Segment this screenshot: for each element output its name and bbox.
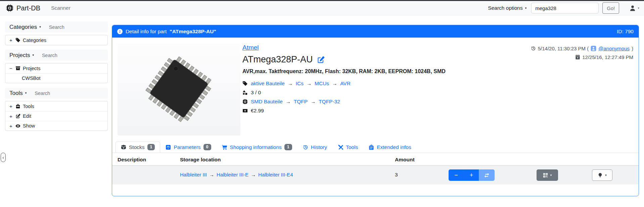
tree-item-label: Categories bbox=[23, 38, 46, 43]
projects-title: Projects bbox=[9, 52, 30, 59]
stock-quantity-button-group: − + bbox=[449, 169, 495, 181]
category-link[interactable]: ICs bbox=[296, 81, 304, 87]
part-detail-card: Detail info for part "ATmega328P-AU" ID:… bbox=[112, 25, 639, 196]
tab-extended-infos[interactable]: Extended infos bbox=[363, 142, 417, 153]
category-row: aktive Bauteile → ICs → MCUs → AVR bbox=[242, 79, 446, 88]
part-detail-header: Detail info for part "ATmega328P-AU" ID:… bbox=[112, 25, 639, 38]
created-timestamp: 12/25/16, 12:27:49 PM bbox=[582, 54, 633, 60]
part-description: AVR,max. Taktfrequenz: 20MHz, Flash: 32K… bbox=[242, 68, 446, 74]
manufacturer-link[interactable]: Atmel bbox=[242, 44, 259, 51]
pencil-square-icon bbox=[15, 114, 20, 119]
tools-title: Tools bbox=[9, 90, 23, 97]
tab-label: Shopping informations bbox=[230, 144, 282, 150]
tools-dropdown[interactable]: Tools ▾ bbox=[9, 90, 27, 97]
tree-item-categories[interactable]: + Categories bbox=[5, 35, 107, 45]
storage-location-link[interactable]: Halbleiter III bbox=[180, 172, 207, 177]
navbar: Part-DB Scanner Search options ▾ Go! ▾ bbox=[0, 1, 644, 15]
avatar-icon bbox=[591, 46, 596, 51]
projects-section-header: Projects ▾ bbox=[5, 50, 108, 61]
tab-badge: 0 bbox=[203, 144, 211, 150]
edit-icon[interactable] bbox=[317, 56, 325, 63]
part-image[interactable] bbox=[118, 44, 240, 136]
tree-item-label: Show bbox=[23, 123, 35, 128]
footprint-link[interactable]: TQFP-32 bbox=[319, 99, 340, 105]
tree-item-edit[interactable]: + Edit bbox=[5, 111, 107, 121]
cash-icon bbox=[242, 108, 248, 113]
move-stock-button[interactable] bbox=[479, 169, 495, 181]
decrease-stock-button[interactable]: − bbox=[449, 169, 464, 181]
tree-item-projects[interactable]: − Projects bbox=[5, 63, 107, 73]
arrow-right-icon: → bbox=[311, 99, 316, 104]
search-options-dropdown[interactable]: Search options ▾ bbox=[488, 5, 526, 11]
categories-search-input[interactable] bbox=[49, 24, 99, 30]
last-modified-row: 5/14/20, 11:30:23 PM ( @anonymous ) bbox=[531, 44, 633, 53]
tab-label: Stocks bbox=[129, 144, 145, 150]
storage-location-link[interactable]: Halbleiter III-E4 bbox=[258, 172, 293, 177]
expand-toggle[interactable]: + bbox=[9, 37, 15, 43]
tab-history[interactable]: History bbox=[297, 142, 332, 153]
tree-item-cwsbot[interactable]: CWSBot bbox=[5, 73, 107, 83]
clipboard-icon bbox=[369, 145, 374, 150]
user-menu[interactable]: ▾ bbox=[629, 5, 639, 11]
tab-tools[interactable]: Tools bbox=[332, 142, 363, 153]
search-options-label: Search options bbox=[488, 5, 522, 11]
info-circle-icon bbox=[117, 29, 123, 34]
category-link[interactable]: MCUs bbox=[315, 81, 329, 87]
column-header-amount: Amount bbox=[395, 157, 415, 163]
clock-history-icon bbox=[531, 46, 536, 51]
increase-stock-button[interactable]: + bbox=[464, 169, 479, 181]
nav-item-scanner[interactable]: Scanner bbox=[51, 5, 71, 11]
tab-badge: 1 bbox=[147, 144, 155, 150]
storage-location-link[interactable]: Halbleiter III-E bbox=[217, 172, 248, 177]
led-locate-dropdown-button[interactable]: ▾ bbox=[592, 169, 612, 181]
price-row: €2.99 bbox=[242, 106, 446, 115]
modified-close-paren: ) bbox=[632, 46, 633, 51]
sidebar: Categories ▾ + Categories Projects ▾ − bbox=[5, 21, 108, 135]
tree-item-show[interactable]: + Show bbox=[5, 121, 107, 131]
tab-label: Parameters bbox=[174, 144, 200, 150]
tag-icon bbox=[242, 81, 248, 86]
categories-title: Categories bbox=[9, 24, 37, 31]
collapse-toggle[interactable]: − bbox=[9, 65, 15, 71]
amount-value: 3 bbox=[395, 172, 398, 178]
search-input[interactable] bbox=[531, 3, 599, 13]
person-icon bbox=[629, 5, 636, 11]
category-link[interactable]: AVR bbox=[340, 81, 351, 87]
tab-parameters[interactable]: Parameters 0 bbox=[160, 142, 216, 153]
sidebar-collapse-button[interactable]: ‹ bbox=[1, 153, 6, 162]
footprint-row: SMD Bauteile → TQFP → TQFP-32 bbox=[242, 97, 446, 106]
brand-label: Part-DB bbox=[16, 4, 40, 12]
cart-icon bbox=[222, 145, 227, 150]
expand-toggle[interactable]: + bbox=[9, 113, 15, 119]
tab-badge: 1 bbox=[284, 144, 292, 150]
categories-dropdown[interactable]: Categories ▾ bbox=[9, 24, 41, 31]
projects-dropdown[interactable]: Projects ▾ bbox=[9, 52, 34, 59]
tab-label: Tools bbox=[346, 144, 358, 150]
tab-label: Extended infos bbox=[377, 144, 411, 150]
arrow-right-icon: → bbox=[251, 172, 256, 177]
go-button[interactable]: Go! bbox=[602, 2, 619, 14]
part-meta: 5/14/20, 11:30:23 PM ( @anonymous ) 12/2… bbox=[531, 44, 633, 61]
chevron-down-icon: ▾ bbox=[32, 54, 34, 57]
projects-search-input[interactable] bbox=[42, 53, 92, 58]
tools-search-input[interactable] bbox=[35, 91, 85, 96]
toolbox-icon bbox=[15, 104, 20, 109]
footprint-link[interactable]: TQFP bbox=[294, 99, 308, 105]
modified-timestamp: 5/14/20, 11:30:23 PM ( bbox=[538, 46, 589, 51]
modified-user-link[interactable]: @anonymous bbox=[598, 46, 630, 51]
clock-history-icon bbox=[303, 145, 308, 150]
tab-stocks[interactable]: Stocks 1 bbox=[116, 142, 160, 153]
part-info: Atmel ATmega328P-AU AVR,max. Taktfrequen… bbox=[242, 44, 446, 115]
arrow-right-icon: → bbox=[209, 172, 214, 177]
footprint-link[interactable]: SMD Bauteile bbox=[251, 99, 283, 105]
arrow-right-icon: → bbox=[288, 81, 293, 86]
category-link[interactable]: aktive Bauteile bbox=[251, 81, 285, 87]
expand-toggle[interactable]: + bbox=[9, 103, 15, 109]
tree-item-label: Tools bbox=[23, 104, 34, 109]
tree-item-tools[interactable]: + Tools bbox=[5, 101, 107, 111]
chevron-down-icon: ▾ bbox=[25, 92, 27, 95]
expand-toggle[interactable]: + bbox=[9, 123, 15, 129]
brand-link[interactable]: Part-DB bbox=[6, 4, 40, 12]
tab-shopping-informations[interactable]: Shopping informations 1 bbox=[217, 142, 297, 153]
label-qr-dropdown-button[interactable]: ▾ bbox=[537, 169, 558, 181]
